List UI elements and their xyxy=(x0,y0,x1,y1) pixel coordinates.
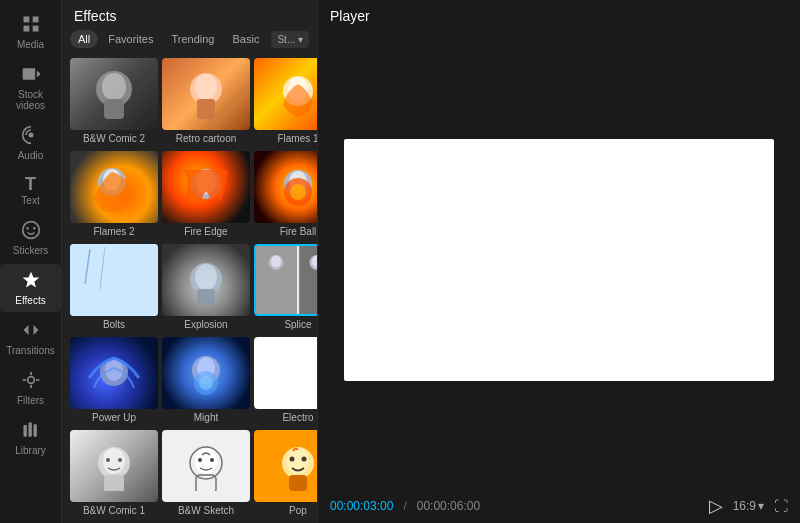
svg-point-23 xyxy=(195,74,217,100)
effects-panel-title: Effects xyxy=(62,0,317,30)
text-icon: T xyxy=(25,175,36,193)
effect-thumb-retro xyxy=(162,58,250,130)
transitions-icon xyxy=(21,320,41,343)
media-icon xyxy=(21,14,41,37)
svg-point-11 xyxy=(27,377,34,384)
effects-grid: B&W Comic 2 Retro cartoon Flames 1 xyxy=(62,54,317,523)
sidebar-item-filters[interactable]: Filters xyxy=(0,364,61,412)
aspect-ratio-button[interactable]: 16:9 ▾ xyxy=(733,499,764,513)
effect-retro-cartoon[interactable]: Retro cartoon xyxy=(162,58,250,147)
svg-rect-57 xyxy=(104,475,124,491)
effect-name-bw-sketch: B&W Sketch xyxy=(162,505,250,516)
time-current: 00:00:03:00 xyxy=(330,499,393,513)
effect-bw-comic1[interactable]: B&W Comic 1 xyxy=(70,430,158,519)
tab-basic[interactable]: Basic xyxy=(225,30,268,48)
effect-thumb-fire-edge xyxy=(162,151,250,223)
effect-fire-ball[interactable]: Fire Ball xyxy=(254,151,317,240)
svg-rect-35 xyxy=(70,244,158,316)
stickers-icon xyxy=(21,220,41,243)
svg-marker-5 xyxy=(36,71,39,78)
sidebar-item-transitions[interactable]: Transitions xyxy=(0,314,61,362)
effect-name-fire-edge: Fire Edge xyxy=(162,226,250,237)
effect-name-splice: Splice xyxy=(254,319,317,330)
effect-flames1[interactable]: Flames 1 xyxy=(254,58,317,147)
filter-tabs: All Favorites Trending Basic St... ▾ xyxy=(62,30,317,54)
effect-thumb-electro xyxy=(254,337,317,409)
effect-thumb-bw-comic1 xyxy=(70,430,158,502)
sidebar-item-stock-videos[interactable]: Stock videos xyxy=(0,58,61,117)
effects-icon xyxy=(21,270,41,293)
audio-icon xyxy=(21,125,41,148)
effect-name-pop: Pop xyxy=(254,505,317,516)
svg-marker-10 xyxy=(22,272,39,288)
effect-bolts[interactable]: Bolts xyxy=(70,244,158,333)
play-button[interactable]: ▷ xyxy=(709,495,723,517)
svg-point-6 xyxy=(28,133,33,138)
effect-bw-comic2[interactable]: B&W Comic 2 xyxy=(70,58,158,147)
fullscreen-button[interactable]: ⛶ xyxy=(774,498,788,514)
effect-electro[interactable]: Electro xyxy=(254,337,317,426)
aspect-ratio-label: 16:9 xyxy=(733,499,756,513)
sidebar: Media Stock videos Audio T Text Stickers… xyxy=(0,0,62,523)
svg-point-46 xyxy=(271,256,281,268)
sidebar-item-audio[interactable]: Audio xyxy=(0,119,61,167)
svg-point-67 xyxy=(290,457,295,462)
effect-name-bolts: Bolts xyxy=(70,319,158,330)
tab-all[interactable]: All xyxy=(70,30,98,48)
player-viewport xyxy=(318,30,800,489)
sidebar-item-effects-label: Effects xyxy=(15,295,45,306)
svg-rect-24 xyxy=(197,99,215,119)
effect-thumb-fire-ball xyxy=(254,151,317,223)
effect-name-fire-ball: Fire Ball xyxy=(254,226,317,237)
tab-favorites[interactable]: Favorites xyxy=(100,30,161,48)
effect-name-flames2: Flames 2 xyxy=(70,226,158,237)
svg-point-8 xyxy=(26,227,29,230)
effect-name-power-up: Power Up xyxy=(70,412,158,423)
sidebar-item-library[interactable]: Library xyxy=(0,414,61,462)
svg-rect-18 xyxy=(33,424,36,437)
player-panel: Player 00:00:03:00 / 00:00:06:00 ▷ 16:9 … xyxy=(318,0,800,523)
effect-flames2[interactable]: Flames 2 xyxy=(70,151,158,240)
library-icon xyxy=(21,420,41,443)
svg-rect-4 xyxy=(22,68,35,80)
effect-bw-sketch[interactable]: B&W Sketch xyxy=(162,430,250,519)
sidebar-item-stickers[interactable]: Stickers xyxy=(0,214,61,262)
sidebar-item-text[interactable]: T Text xyxy=(0,169,61,212)
sidebar-item-library-label: Library xyxy=(15,445,46,456)
svg-point-58 xyxy=(106,458,110,462)
time-total: 00:00:06:00 xyxy=(417,499,480,513)
stock-videos-icon xyxy=(21,64,41,87)
more-tabs-dropdown[interactable]: St... ▾ xyxy=(271,31,309,48)
svg-rect-40 xyxy=(197,289,215,305)
sidebar-item-effects[interactable]: Effects xyxy=(0,264,61,312)
effect-power-up[interactable]: Power Up xyxy=(70,337,158,426)
effect-thumb-bw-sketch xyxy=(162,430,250,502)
sidebar-item-filters-label: Filters xyxy=(17,395,44,406)
effect-explosion[interactable]: Explosion xyxy=(162,244,250,333)
svg-rect-0 xyxy=(23,17,29,23)
svg-rect-16 xyxy=(23,425,26,437)
effect-pop[interactable]: Pop xyxy=(254,430,317,519)
svg-rect-17 xyxy=(28,423,31,437)
svg-point-62 xyxy=(198,458,202,462)
sidebar-item-stock-videos-label: Stock videos xyxy=(4,89,57,111)
effects-panel: Effects All Favorites Trending Basic St.… xyxy=(62,0,318,523)
svg-point-68 xyxy=(302,457,307,462)
effect-thumb-flames1 xyxy=(254,58,317,130)
effect-name-bw-comic2: B&W Comic 2 xyxy=(70,133,158,144)
sidebar-item-media[interactable]: Media xyxy=(0,8,61,56)
tab-trending[interactable]: Trending xyxy=(163,30,222,48)
effect-splice[interactable]: Splice xyxy=(254,244,317,333)
svg-rect-21 xyxy=(104,99,124,119)
sidebar-item-transitions-label: Transitions xyxy=(6,345,55,356)
effect-thumb-flames2 xyxy=(70,151,158,223)
aspect-dropdown-icon: ▾ xyxy=(758,499,764,513)
effect-thumb-splice xyxy=(254,244,317,316)
svg-point-59 xyxy=(118,458,122,462)
effect-name-explosion: Explosion xyxy=(162,319,250,330)
effect-name-might: Might xyxy=(162,412,250,423)
effect-thumb-bw-comic2 xyxy=(70,58,158,130)
sidebar-item-stickers-label: Stickers xyxy=(13,245,49,256)
effect-might[interactable]: Might xyxy=(162,337,250,426)
effect-fire-edge[interactable]: Fire Edge xyxy=(162,151,250,240)
